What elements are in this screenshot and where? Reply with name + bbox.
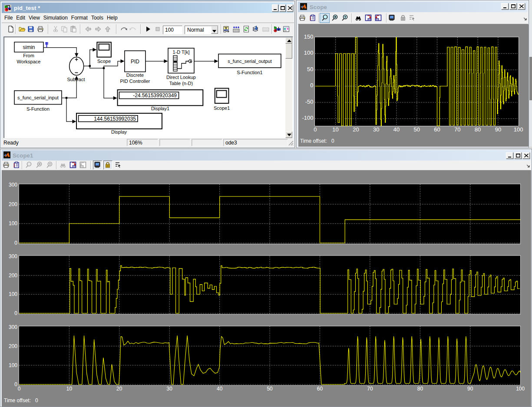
svg-text:10: 10 xyxy=(332,126,338,133)
svg-text:70: 70 xyxy=(454,126,460,133)
svg-text:Display1: Display1 xyxy=(151,106,169,111)
svg-text:0: 0 xyxy=(14,240,17,246)
svg-text:50: 50 xyxy=(414,126,420,133)
svg-text:300: 300 xyxy=(9,324,17,330)
svg-text:50: 50 xyxy=(307,66,313,72)
svg-text:70: 70 xyxy=(367,386,373,392)
svg-text:80: 80 xyxy=(417,386,423,392)
svg-text:300: 300 xyxy=(9,182,17,188)
svg-text:-50: -50 xyxy=(305,98,314,105)
svg-text:200: 200 xyxy=(9,343,17,349)
svg-text:-24.561539920349: -24.561539920349 xyxy=(133,92,177,98)
svg-text:simin: simin xyxy=(23,44,35,50)
svg-text:100: 100 xyxy=(514,126,523,133)
svg-text:60: 60 xyxy=(317,386,323,392)
svg-text:50: 50 xyxy=(267,386,273,392)
svg-text:90: 90 xyxy=(467,386,473,392)
svg-text:0: 0 xyxy=(331,138,334,144)
svg-text:s_func_serial_input: s_func_serial_input xyxy=(17,95,59,100)
svg-text:100: 100 xyxy=(304,49,314,56)
svg-text:Display: Display xyxy=(111,129,127,135)
svg-text:Direct Lookup: Direct Lookup xyxy=(166,75,196,80)
svg-text:Subtract: Subtract xyxy=(67,77,85,82)
svg-text:200: 200 xyxy=(9,272,17,279)
svg-text:10: 10 xyxy=(66,386,73,392)
svg-text:S-Function1: S-Function1 xyxy=(237,70,262,75)
svg-text:100: 100 xyxy=(9,291,17,297)
svg-text:Table (n-D): Table (n-D) xyxy=(169,81,193,86)
svg-text:0: 0 xyxy=(35,397,38,404)
svg-text:30: 30 xyxy=(167,386,173,392)
svg-text:90: 90 xyxy=(495,126,501,133)
svg-text:Time offset:: Time offset: xyxy=(4,397,31,404)
svg-text:0: 0 xyxy=(14,381,17,387)
svg-text:Scope: Scope xyxy=(97,59,111,64)
svg-text:Time offset:: Time offset: xyxy=(300,138,327,144)
svg-text:200: 200 xyxy=(9,201,17,207)
svg-text:30: 30 xyxy=(373,126,379,133)
svg-text:0: 0 xyxy=(314,126,317,133)
svg-text:100: 100 xyxy=(9,220,17,226)
svg-text:0: 0 xyxy=(310,82,313,89)
svg-text:100: 100 xyxy=(516,386,525,392)
svg-text:40: 40 xyxy=(217,386,223,392)
svg-text:150: 150 xyxy=(304,33,314,40)
svg-text:60: 60 xyxy=(434,126,440,133)
svg-text:1-D T[k]: 1-D T[k] xyxy=(173,49,190,55)
svg-text:20: 20 xyxy=(116,386,122,392)
svg-text:40: 40 xyxy=(393,126,400,133)
svg-text:20: 20 xyxy=(353,126,359,133)
svg-text:80: 80 xyxy=(475,126,481,133)
svg-text:Scope1: Scope1 xyxy=(214,105,230,111)
svg-text:PID Controller: PID Controller xyxy=(120,79,150,84)
svg-text:s_func_serial_output: s_func_serial_output xyxy=(228,59,272,64)
svg-text:Discrete: Discrete xyxy=(126,72,144,78)
svg-text:0: 0 xyxy=(18,386,21,392)
svg-text:S-Function: S-Function xyxy=(26,106,50,112)
svg-text:144.56153992035: 144.56153992035 xyxy=(94,116,136,122)
svg-text:PID: PID xyxy=(131,59,139,65)
svg-text:300: 300 xyxy=(9,253,17,259)
svg-text:From: From xyxy=(23,53,34,58)
svg-text:Workspace: Workspace xyxy=(17,59,41,64)
svg-text:0: 0 xyxy=(14,310,17,316)
svg-text:100: 100 xyxy=(9,362,17,368)
svg-text:-100: -100 xyxy=(302,115,313,121)
